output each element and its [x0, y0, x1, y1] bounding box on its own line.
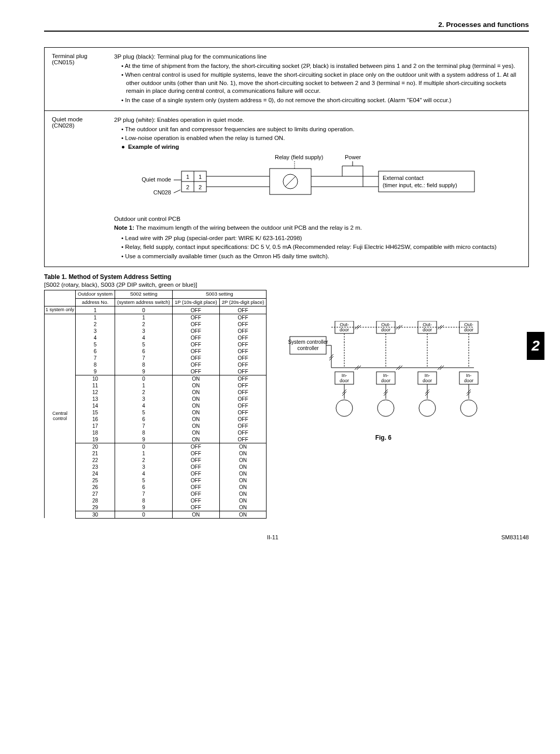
- cell-s002: 6: [115, 348, 173, 355]
- bullet: Lead wire with 2P plug (special-order pa…: [121, 234, 521, 243]
- cell-s003a: OFF: [172, 477, 219, 484]
- label-line1: Quiet mode: [52, 116, 114, 122]
- cell-s003a: OFF: [172, 321, 219, 328]
- th-s002-1: S002 setting: [115, 290, 173, 298]
- example-of-wiring-title: ● Example of wiring: [121, 144, 521, 150]
- svg-text:In-: In-: [466, 373, 472, 378]
- svg-text:System controller: System controller: [288, 339, 329, 345]
- cell-s003a: ON: [172, 511, 219, 518]
- cell-addr: 12: [76, 389, 115, 396]
- cell-addr: 25: [76, 477, 115, 484]
- cell-s003a: ON: [172, 423, 219, 429]
- cell-s003b: OFF: [219, 361, 267, 368]
- section-title: 2. Processes and functions: [44, 21, 529, 32]
- cell-addr: 5: [76, 341, 115, 348]
- note1-label: Note 1:: [114, 225, 134, 231]
- cell-s003a: OFF: [172, 504, 219, 511]
- cell-s002: 7: [115, 491, 173, 497]
- svg-line-1: [174, 190, 180, 193]
- cell-s002: 5: [115, 341, 173, 348]
- cell-s003b: ON: [219, 450, 267, 457]
- pin-2a: 2: [186, 184, 189, 190]
- cell-addr: 23: [76, 464, 115, 470]
- th-blank: [45, 290, 76, 306]
- cell-s003b: ON: [219, 443, 267, 450]
- cell-s003b: OFF: [219, 429, 267, 436]
- chapter-badge: 2: [527, 332, 544, 360]
- cell-s003a: ON: [172, 382, 219, 389]
- table-subtitle: [S002 (rotary, black), S003 (2P DIP swit…: [44, 282, 529, 288]
- svg-point-61: [377, 400, 394, 416]
- cell-s003b: OFF: [219, 368, 267, 375]
- lead-text: 3P plug (black): Terminal plug for the c…: [114, 53, 521, 61]
- cell-s002: 8: [115, 361, 173, 368]
- svg-text:door: door: [381, 378, 390, 383]
- cell-s003a: ON: [172, 409, 219, 416]
- cell-addr: 1: [76, 306, 115, 314]
- pcb-line: Outdoor unit control PCB: [114, 215, 521, 224]
- quiet-mode-text: Quiet mode: [142, 176, 171, 183]
- cell-s002: 0: [115, 375, 173, 382]
- fig6-svg: System controller controller Out-doorIn-…: [287, 321, 479, 430]
- cell-addr: 13: [76, 396, 115, 402]
- cell-s003b: OFF: [219, 328, 267, 334]
- th-s002-2: (system address switch): [115, 298, 173, 306]
- cell-s002: 4: [115, 470, 173, 477]
- cell-s003a: OFF: [172, 457, 219, 464]
- cell-s003b: ON: [219, 511, 267, 518]
- lead-text: 2P plug (white): Enables operation in qu…: [114, 116, 521, 124]
- cell-s003a: OFF: [172, 470, 219, 477]
- spec-box: Terminal plug (CN015) 3P plug (black): T…: [44, 47, 529, 267]
- cell-s003b: OFF: [219, 416, 267, 423]
- cell-s003a: OFF: [172, 464, 219, 470]
- cell-addr: 10: [76, 375, 115, 382]
- th-addr-2: address No.: [76, 298, 115, 306]
- label-line1: Terminal plug: [52, 53, 114, 59]
- svg-text:door: door: [423, 378, 432, 383]
- cell-s002: 8: [115, 429, 173, 436]
- cell-addr: 29: [76, 504, 115, 511]
- svg-text:Out-: Out-: [340, 322, 349, 327]
- cell-s003a: OFF: [172, 341, 219, 348]
- pin-1b: 1: [199, 174, 202, 180]
- cell-s002: 8: [115, 497, 173, 504]
- note1-text: The maximum length of the wiring between…: [136, 225, 362, 231]
- cell-s002: 1: [115, 382, 173, 389]
- th-s003a: 1P (10s-digit place): [172, 298, 219, 306]
- cell-s003a: ON: [172, 402, 219, 409]
- cell-s003b: ON: [219, 491, 267, 497]
- cell-s002: 9: [115, 368, 173, 375]
- cell-s003b: OFF: [219, 334, 267, 341]
- cell-s003a: ON: [172, 416, 219, 423]
- cell-s002: 2: [115, 457, 173, 464]
- svg-text:Out-: Out-: [465, 322, 474, 327]
- svg-point-45: [336, 400, 353, 416]
- quiet-mode-row: Quiet mode (CN028) 2P plug (white): Enab…: [45, 110, 528, 267]
- cell-addr: 2: [76, 321, 115, 328]
- cell-s002: 2: [115, 389, 173, 396]
- cell-s002: 6: [115, 484, 173, 491]
- cell-s003b: OFF: [219, 355, 267, 361]
- svg-text:door: door: [464, 378, 473, 383]
- cell-s003a: OFF: [172, 484, 219, 491]
- cell-s003a: OFF: [172, 348, 219, 355]
- cell-s003b: ON: [219, 504, 267, 511]
- cell-s003b: ON: [219, 470, 267, 477]
- cell-s003b: OFF: [219, 341, 267, 348]
- cell-addr: 17: [76, 423, 115, 429]
- cell-s003a: OFF: [172, 450, 219, 457]
- figure-6: System controller controller Out-doorIn-…: [287, 321, 479, 441]
- cell-s003a: OFF: [172, 314, 219, 321]
- cell-addr: 18: [76, 429, 115, 436]
- cell-s002: 2: [115, 321, 173, 328]
- th-s003b: 2P (20s-digit place): [219, 298, 267, 306]
- cell-s002: 3: [115, 464, 173, 470]
- label-line2: (CN015): [52, 59, 114, 65]
- bullet: Relay, field supply, contact input speci…: [121, 243, 521, 252]
- cell-addr: 16: [76, 416, 115, 423]
- quiet-top-bullets: The outdoor unit fan and compressor freq…: [114, 125, 521, 143]
- cell-s003b: OFF: [219, 396, 267, 402]
- group-single: 1 system only: [45, 306, 76, 314]
- bullet: Low-noise operation is enabled when the …: [121, 134, 521, 143]
- cell-s002: 0: [115, 511, 173, 518]
